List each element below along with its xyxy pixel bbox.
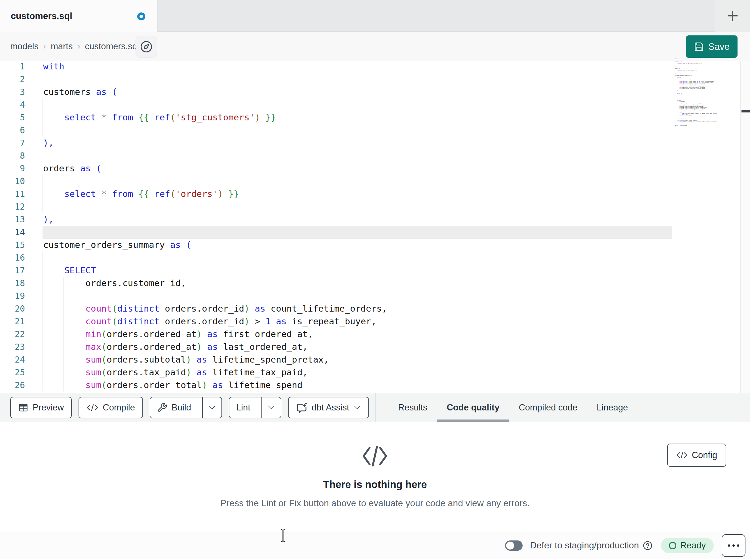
status-bar: Defer to staging/production Ready xyxy=(0,532,750,559)
empty-state-title: There is nothing here xyxy=(0,479,750,491)
plus-icon xyxy=(726,9,739,22)
save-icon xyxy=(694,42,704,52)
code-line-5[interactable]: 5 select * from {{ ref('stg_customers') … xyxy=(0,111,672,124)
breadcrumb-separator: › xyxy=(77,42,80,51)
line-number: 19 xyxy=(0,290,25,302)
line-number: 1 xyxy=(0,60,25,73)
line-number: 3 xyxy=(0,86,25,98)
save-button[interactable]: Save xyxy=(686,36,737,58)
lint-dropdown-button[interactable] xyxy=(261,397,281,418)
line-number: 10 xyxy=(0,175,25,188)
line-number: 16 xyxy=(0,251,25,264)
open-in-lineage-button[interactable] xyxy=(136,36,157,58)
line-number: 17 xyxy=(0,264,25,277)
line-number: 6 xyxy=(0,124,25,137)
code-icon xyxy=(676,451,688,460)
line-number: 23 xyxy=(0,340,25,353)
new-tab-button[interactable] xyxy=(715,0,750,32)
code-line-17[interactable]: 17 SELECT xyxy=(0,264,672,277)
code-line-12[interactable]: 12 xyxy=(0,200,672,213)
code-line-8[interactable]: 8 xyxy=(0,149,672,162)
code-lines: 1with23customers as (45 select * from {{… xyxy=(0,60,672,392)
code-line-3[interactable]: 3customers as ( xyxy=(0,86,672,98)
line-number: 24 xyxy=(0,353,25,366)
compile-button[interactable]: Compile xyxy=(79,397,143,418)
code-slash-icon xyxy=(361,442,389,470)
code-line-14[interactable]: 14 xyxy=(0,226,672,238)
code-line-10[interactable]: 10 xyxy=(0,175,672,188)
code-line-20[interactable]: 20 count(distinct orders.order_id) as co… xyxy=(0,302,672,315)
dbt-assist-button[interactable]: dbt Assist xyxy=(288,397,369,418)
code-line-15[interactable]: 15customer_orders_summary as ( xyxy=(0,238,672,251)
assist-sparkle-chat-icon xyxy=(296,402,308,413)
preview-label: Preview xyxy=(33,402,64,413)
build-dropdown-button[interactable] xyxy=(202,397,221,418)
tab-results[interactable]: Results xyxy=(389,393,437,422)
code-line-11[interactable]: 11 select * from {{ ref('orders') }} xyxy=(0,188,672,200)
minimap[interactable]: withcustomers as ( select * from {{ ref(… xyxy=(675,58,717,129)
code-icon xyxy=(86,403,98,412)
preview-button[interactable]: Preview xyxy=(10,397,72,418)
tab-lineage[interactable]: Lineage xyxy=(587,393,637,422)
tab-label: customers.sql xyxy=(0,11,72,21)
toggle-knob xyxy=(506,542,514,549)
connection-status-badge[interactable]: Ready xyxy=(661,538,714,553)
line-number: 11 xyxy=(0,188,25,200)
code-line-1[interactable]: 1with xyxy=(0,60,672,73)
breadcrumb-item-marts[interactable]: marts xyxy=(51,41,73,51)
build-button[interactable]: Build xyxy=(150,397,198,418)
save-label: Save xyxy=(708,41,730,52)
more-options-button[interactable] xyxy=(722,534,746,557)
line-number: 25 xyxy=(0,366,25,379)
help-circle-icon xyxy=(643,541,652,551)
code-line-23[interactable]: 23 max(orders.ordered_at) as last_ordere… xyxy=(0,340,672,353)
line-number: 15 xyxy=(0,238,25,251)
code-line-26[interactable]: 26 sum(orders.order_total) as lifetime_s… xyxy=(0,379,672,392)
defer-toggle[interactable] xyxy=(505,540,522,551)
line-number: 8 xyxy=(0,149,25,162)
code-line-6[interactable]: 6 xyxy=(0,124,672,137)
code-line-16[interactable]: 16 xyxy=(0,251,672,264)
line-number: 22 xyxy=(0,328,25,340)
code-line-22[interactable]: 22 min(orders.ordered_at) as first_order… xyxy=(0,328,672,340)
breadcrumb-item-customers-sql[interactable]: customers.sql xyxy=(85,41,139,51)
breadcrumb-item-models[interactable]: models xyxy=(10,41,39,51)
code-editor[interactable]: 1with23customers as (45 select * from {{… xyxy=(0,61,750,393)
code-line-7[interactable]: 7), xyxy=(0,137,672,149)
tab-compiled-code[interactable]: Compiled code xyxy=(509,393,587,422)
empty-state-subtitle: Press the Lint or Fix button above to ev… xyxy=(0,498,750,509)
line-number: 4 xyxy=(0,98,25,111)
tab-customers-sql[interactable]: customers.sql xyxy=(0,0,158,32)
code-line-24[interactable]: 24 sum(orders.subtotal) as lifetime_spen… xyxy=(0,353,672,366)
lint-label: Lint xyxy=(236,402,250,413)
tab-code-quality[interactable]: Code quality xyxy=(437,393,509,422)
line-number: 14 xyxy=(0,226,25,238)
code-line-25[interactable]: 25 sum(orders.tax_paid) as lifetime_tax_… xyxy=(0,366,672,379)
status-ring-icon xyxy=(669,542,676,549)
code-line-13[interactable]: 13), xyxy=(0,213,672,226)
lint-button[interactable]: Lint xyxy=(230,397,257,418)
table-icon xyxy=(18,402,28,413)
config-button[interactable]: Config xyxy=(667,443,726,467)
code-line-21[interactable]: 21 count(distinct orders.order_id) > 1 a… xyxy=(0,315,672,328)
editor-toolbar: Preview Compile Build Lint xyxy=(0,393,750,422)
editor-scrollbar[interactable] xyxy=(741,61,750,393)
code-line-19[interactable]: 19 xyxy=(0,290,672,302)
code-quality-panel: There is nothing here Press the Lint or … xyxy=(0,422,750,532)
build-label: Build xyxy=(172,402,191,413)
line-number: 18 xyxy=(0,277,25,290)
build-button-group: Build xyxy=(150,397,222,418)
dbt-assist-label: dbt Assist xyxy=(312,402,349,413)
line-number: 9 xyxy=(0,162,25,175)
results-tab-strip: ResultsCode qualityCompiled codeLineage xyxy=(389,393,638,422)
lint-button-group: Lint xyxy=(229,397,281,418)
toolbar-divider xyxy=(375,393,376,422)
code-line-4[interactable]: 4 xyxy=(0,98,672,111)
code-line-18[interactable]: 18 orders.customer_id, xyxy=(0,277,672,290)
chevron-down-icon xyxy=(209,405,216,410)
defer-help-button[interactable] xyxy=(643,541,652,551)
chevron-down-icon xyxy=(354,405,361,410)
code-line-2[interactable]: 2 xyxy=(0,73,672,86)
line-number: 5 xyxy=(0,111,25,124)
code-line-9[interactable]: 9orders as ( xyxy=(0,162,672,175)
